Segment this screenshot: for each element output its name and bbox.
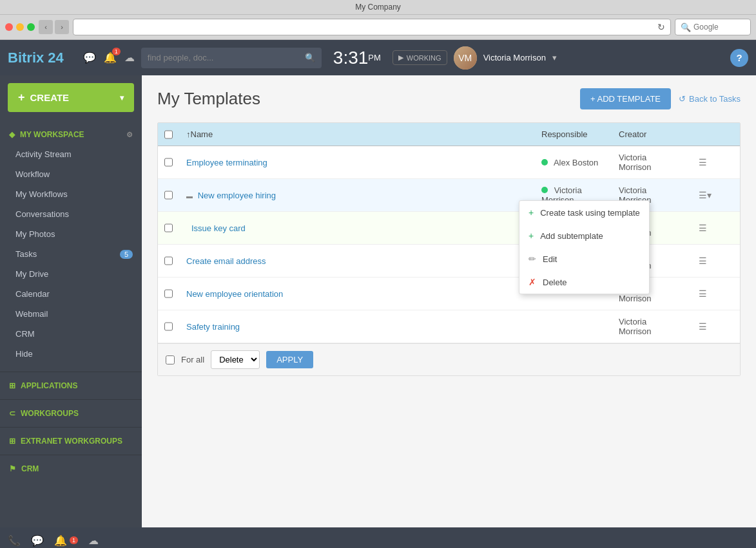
user-name[interactable]: Victoria Morrison [483,53,546,62]
bottom-notification-icon[interactable]: 🔔 1 [54,534,78,547]
dropdown-item-add-subtemplate[interactable]: + Add subtemplate [519,224,649,247]
close-button[interactable] [5,23,13,31]
apply-button[interactable]: APPLY [266,351,313,368]
browser-chrome: ‹ › https://mycompany.bitrix24.com ↻ 🔍 [0,15,756,40]
help-button[interactable]: ? [730,49,748,67]
row-checkbox[interactable] [164,223,173,232]
sidebar-item-my-drive[interactable]: My Drive [0,264,142,284]
notification-badge: 1 [112,48,121,55]
sidebar-item-workflow[interactable]: Workflow [0,164,142,184]
actions-menu-icon[interactable]: ☰▾ [696,189,714,202]
maximize-button[interactable] [27,23,35,31]
sidebar-item-activity-stream[interactable]: Activity Stream [0,144,142,164]
content-header: My Templates + ADD TEMPLATE ↺ Back to Ta… [157,88,741,109]
notification-icon[interactable]: 🔔 1 [104,52,117,64]
template-name-link[interactable]: New employee orientation [186,289,283,299]
workgroups-header[interactable]: ⊂ WORKGROUPS [0,402,142,424]
main-body: +CREATE ▾ ◆ MY WORKSPACE ⚙ Activity Stre… [0,75,756,527]
sidebar-item-conversations[interactable]: Conversations [0,204,142,224]
for-all-checkbox[interactable] [166,355,175,364]
name-cell: Employee terminating [179,151,534,174]
working-button[interactable]: ▶ WORKING [393,50,447,65]
dropdown-label: Delete [543,278,567,287]
header-checkbox-cell [158,124,179,146]
table-row: Employee terminating Alex Boston Victori… [158,146,740,179]
bottom-cloud-icon[interactable]: ☁ [88,534,99,547]
template-name-link[interactable]: Create email address [186,256,266,266]
name-column-header[interactable]: ↑Name [179,123,534,146]
url-input[interactable]: https://mycompany.bitrix24.com [79,23,655,32]
actions-menu-icon[interactable]: ☰ [696,156,710,169]
avatar-image: VM [454,46,477,70]
select-all-checkbox[interactable] [164,130,173,139]
back-to-tasks-button[interactable]: ↺ Back to Tasks [679,94,741,104]
dropdown-item-edit[interactable]: ✏ Edit [519,247,649,270]
template-name-link[interactable]: New employee hiring [198,191,276,200]
plus-icon: + [18,91,25,104]
expand-icon[interactable]: ▬ [186,193,193,200]
top-bar-icons: 💬 🔔 1 ☁ [83,52,135,64]
search-bar[interactable]: 🔍 [141,48,322,68]
sidebar-item-label: Tasks [15,249,37,259]
sidebar-item-my-photos[interactable]: My Photos [0,224,142,244]
row-checkbox[interactable] [164,191,173,200]
extranet-icon: ⊞ [9,437,15,446]
refresh-button[interactable]: ↻ [657,22,665,32]
my-workspace-section: ◆ MY WORKSPACE ⚙ Activity Stream Workflo… [0,120,142,369]
actions-menu-icon[interactable]: ☰ [696,287,710,300]
actions-cell: ☰ [688,248,740,274]
sidebar-item-webmail[interactable]: Webmail [0,304,142,324]
user-dropdown-icon[interactable]: ▾ [552,53,557,62]
sidebar-item-tasks[interactable]: Tasks 5 [0,244,142,264]
sidebar-item-hide[interactable]: Hide [0,344,142,364]
row-checkbox[interactable] [164,322,173,331]
applications-header[interactable]: ⊞ APPLICATIONS [0,375,142,397]
bulk-action-select[interactable]: Delete [211,350,260,369]
actions-menu-icon[interactable]: ☰ [696,222,710,234]
chat-icon[interactable]: 💬 [83,52,96,64]
extranet-header[interactable]: ⊞ EXTRANET WORKGROUPS [0,430,142,452]
row-checkbox[interactable] [164,158,173,167]
add-template-button[interactable]: + ADD TEMPLATE [580,88,671,109]
dropdown-item-create-task[interactable]: + Create task using template [519,201,649,224]
back-button[interactable]: ‹ [39,20,53,34]
template-name-link[interactable]: Issue key card [191,223,246,233]
context-dropdown-menu: + Create task using template + Add subte… [519,200,650,294]
row-checkbox[interactable] [164,256,173,265]
create-arrow-icon: ▾ [120,93,124,102]
minimize-button[interactable] [16,23,24,31]
template-name-link[interactable]: Employee terminating [186,158,267,167]
sidebar-crm-header[interactable]: ⚑ CRM [0,458,142,480]
name-cell: Safety training [179,316,534,338]
cloud-icon[interactable]: ☁ [124,52,135,64]
browser-search-input[interactable] [693,23,745,32]
chat-icon[interactable]: 💬 [31,534,44,547]
phone-icon[interactable]: 📞 [8,534,21,547]
row-checkbox-cell [158,283,179,305]
sidebar-item-calendar[interactable]: Calendar [0,284,142,304]
row-checkbox[interactable] [164,289,173,298]
name-cell: Create email address [179,250,534,272]
sidebar-item-label: Activity Stream [15,149,72,159]
forward-button[interactable]: › [55,20,69,34]
browser-search-bar[interactable]: 🔍 [675,19,751,35]
gear-icon[interactable]: ⚙ [126,131,133,139]
sidebar-item-crm[interactable]: CRM [0,324,142,344]
table-row: Issue key card Victoria Morrison ☰ [158,212,740,245]
my-workspace-header[interactable]: ◆ MY WORKSPACE ⚙ [0,125,142,144]
create-button[interactable]: +CREATE ▾ [8,83,134,112]
dropdown-item-delete[interactable]: ✗ Delete [519,270,649,294]
table-row: New employee orientation Victoria Morris… [158,278,740,310]
workgroups-icon: ⊂ [9,409,15,418]
url-bar[interactable]: https://mycompany.bitrix24.com ↻ [73,19,671,35]
sidebar-item-my-workflows[interactable]: My Workflows [0,184,142,204]
search-input[interactable] [148,53,300,62]
header-actions: + ADD TEMPLATE ↺ Back to Tasks [580,88,741,109]
status-dot [541,159,548,165]
my-workspace-label: MY WORKSPACE [20,130,84,139]
add-template-label: + ADD TEMPLATE [590,94,661,104]
plus-icon: + [528,207,534,218]
template-name-link[interactable]: Safety training [186,322,240,332]
actions-menu-icon[interactable]: ☰ [696,320,710,333]
actions-menu-icon[interactable]: ☰ [696,254,710,267]
